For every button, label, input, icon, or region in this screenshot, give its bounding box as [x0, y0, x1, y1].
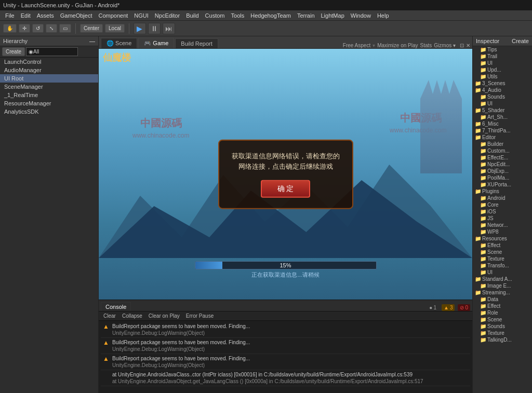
scale-tool[interactable]: ⤡	[46, 24, 57, 33]
menu-item-help[interactable]: Help	[374, 11, 392, 20]
center-btn[interactable]: Center	[80, 24, 103, 33]
hierarchy-item-scenemanager[interactable]: SceneManager	[0, 83, 98, 91]
hierarchy-item-ui-root[interactable]: UI Root	[0, 74, 98, 83]
tree-label-4: Utils	[487, 74, 497, 79]
menu-item-file[interactable]: File	[2, 11, 18, 20]
game-tab[interactable]: 🎮 Game	[138, 38, 174, 48]
tree-item-13[interactable]: 📁Editor	[473, 134, 532, 141]
tree-item-10[interactable]: 📁Art_Sh...	[473, 114, 532, 120]
rotate-tool[interactable]: ↺	[32, 24, 44, 33]
menu-item-terrain[interactable]: Terrain	[294, 11, 318, 20]
console-btn-error-pause[interactable]: Error Pause	[184, 313, 215, 319]
panel-close[interactable]: ✕	[466, 43, 470, 48]
tree-item-38[interactable]: 📁Effect	[473, 303, 532, 309]
tree-item-21[interactable]: 📁Plugins	[473, 188, 532, 195]
menu-item-edit[interactable]: Edit	[18, 11, 34, 20]
dialog-confirm-btn[interactable]: 确 定	[261, 180, 311, 198]
tree-label-32: Transfo...	[487, 263, 509, 268]
tree-item-16[interactable]: 📁EffectE...	[473, 154, 532, 161]
gizmos-btn[interactable]: Gizmos ▾	[434, 43, 456, 48]
tree-item-12[interactable]: 📁7_ThirdPa...	[473, 127, 532, 134]
move-tool[interactable]: ✛	[19, 24, 30, 33]
tree-item-1[interactable]: 📁Trail	[473, 53, 532, 60]
menu-item-tools[interactable]: Tools	[228, 11, 248, 20]
tree-item-15[interactable]: 📁Custom...	[473, 147, 532, 154]
menu-item-ngui[interactable]: NGUI	[131, 11, 152, 20]
menu-item-custom[interactable]: Custom	[202, 11, 228, 20]
tree-item-19[interactable]: 📁PoolMa...	[473, 174, 532, 181]
menu-item-gameobject[interactable]: GameObject	[57, 11, 96, 20]
menu-item-window[interactable]: Window	[348, 11, 374, 20]
tree-item-34[interactable]: 📁Standard A...	[473, 276, 532, 282]
tree-item-18[interactable]: 📁ObjExp...	[473, 168, 532, 174]
tree-item-41[interactable]: 📁Sounds	[473, 323, 532, 330]
tree-item-30[interactable]: 📁Scene	[473, 249, 532, 255]
hierarchy-item-launchcontrol[interactable]: LaunchControl	[0, 58, 98, 66]
tree-item-39[interactable]: 📁Role	[473, 309, 532, 316]
hierarchy-item-audiomanager[interactable]: AudioManager	[0, 66, 98, 74]
menu-item-lightmap[interactable]: LightMap	[318, 11, 348, 20]
menu-item-build[interactable]: Build	[183, 11, 202, 20]
tree-item-9[interactable]: 📁5_Shader	[473, 107, 532, 114]
menu-item-hedgehogteam[interactable]: HedgehogTeam	[247, 11, 294, 20]
tree-item-3[interactable]: 📁Upd...	[473, 66, 532, 73]
tree-item-40[interactable]: 📁Scene	[473, 316, 532, 323]
hierarchy-item-resourcemanager[interactable]: ResourceManager	[0, 99, 98, 107]
hierarchy-collapse[interactable]: —	[89, 38, 95, 44]
scene-tab[interactable]: 🌐 Scene	[101, 38, 137, 48]
hand-tool[interactable]: ✋	[3, 24, 17, 33]
tree-item-27[interactable]: 📁WP8	[473, 228, 532, 235]
tree-item-31[interactable]: 📁Texture	[473, 255, 532, 262]
step-button[interactable]: ⏭	[163, 23, 175, 34]
tree-item-32[interactable]: 📁Transfo...	[473, 262, 532, 269]
menu-item-assets[interactable]: Assets	[34, 11, 57, 20]
log-entry-3[interactable]: at UnityEngine.AndroidJavaClass..ctor (I…	[101, 370, 470, 386]
inspector-create[interactable]: Create	[512, 38, 529, 44]
log-entry-2[interactable]: ▲BuildReport package seems to have been …	[101, 354, 470, 370]
tree-item-23[interactable]: 📁Core	[473, 201, 532, 208]
tree-item-37[interactable]: 📁Data	[473, 296, 532, 303]
tree-item-2[interactable]: 📁UI	[473, 60, 532, 66]
tree-item-29[interactable]: 📁Effect	[473, 242, 532, 249]
menu-item-component[interactable]: Component	[95, 11, 131, 20]
tree-item-8[interactable]: 📁UI	[473, 100, 532, 107]
tree-item-24[interactable]: 📁iOS	[473, 208, 532, 215]
tree-item-6[interactable]: 📁4_Audio	[473, 87, 532, 93]
tree-item-33[interactable]: 📁UI	[473, 269, 532, 276]
tree-item-5[interactable]: 📁3_Scenes	[473, 80, 532, 87]
play-button[interactable]: ▶	[134, 23, 146, 34]
log-entry-1[interactable]: ▲BuildReport package seems to have been …	[101, 338, 470, 354]
local-btn[interactable]: Local	[105, 24, 125, 33]
panel-maximize[interactable]: ⊡	[460, 43, 464, 48]
maximize-on-play[interactable]: Maximize on Play	[377, 43, 418, 48]
tree-item-35[interactable]: 📁Image E...	[473, 282, 532, 289]
log-entry-0[interactable]: ▲BuildReport package seems to have been …	[101, 322, 470, 338]
tree-item-11[interactable]: 📁6_Misc	[473, 120, 532, 127]
console-btn-clear[interactable]: Clear	[102, 313, 117, 319]
tree-item-14[interactable]: 📁Builder	[473, 141, 532, 147]
build-report-tab[interactable]: Build Report	[175, 38, 218, 48]
hierarchy-create-btn[interactable]: Create	[2, 47, 25, 56]
tree-item-0[interactable]: 📁Tips	[473, 46, 532, 53]
hierarchy-search[interactable]	[26, 47, 78, 56]
tree-item-36[interactable]: 📁Streaming...	[473, 289, 532, 296]
tree-item-43[interactable]: 📁TalkingD...	[473, 336, 532, 343]
menu-item-npceditor[interactable]: NpcEditor	[152, 11, 183, 20]
rect-tool[interactable]: ▭	[59, 24, 71, 33]
tree-item-7[interactable]: 📁Sounds	[473, 93, 532, 100]
tree-item-25[interactable]: 📁JS	[473, 215, 532, 222]
tree-item-4[interactable]: 📁Utils	[473, 73, 532, 80]
hierarchy-item-_1_realtime[interactable]: _1_RealTime	[0, 91, 98, 99]
console-btn-collapse[interactable]: Collapse	[121, 313, 144, 319]
hierarchy-item-analyticssdk[interactable]: AnalyticsSDK	[0, 107, 98, 116]
stats-btn[interactable]: Stats	[420, 43, 432, 48]
tree-item-17[interactable]: 📁NpcEdit...	[473, 161, 532, 168]
pause-button[interactable]: ⏸	[148, 23, 161, 34]
tree-item-26[interactable]: 📁Networ...	[473, 222, 532, 228]
tree-item-22[interactable]: 📁Android	[473, 195, 532, 201]
console-btn-clear-on-play[interactable]: Clear on Play	[147, 313, 181, 319]
tree-item-28[interactable]: 📁Resources	[473, 235, 532, 242]
console-tab[interactable]: Console	[101, 302, 131, 311]
tree-item-20[interactable]: 📁XUPorta...	[473, 181, 532, 188]
tree-item-42[interactable]: 📁Texture	[473, 330, 532, 336]
